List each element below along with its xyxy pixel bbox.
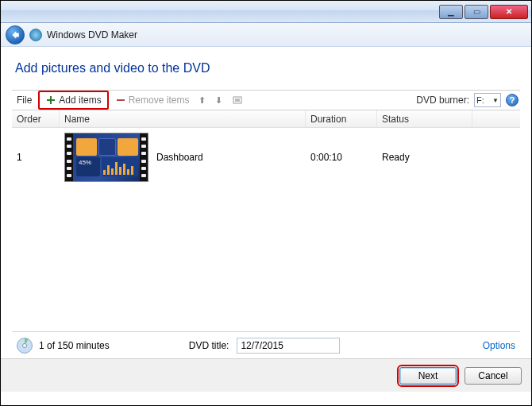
svg-rect-2 (117, 99, 125, 101)
help-button[interactable]: ? (506, 94, 519, 106)
window-minimize-button[interactable] (439, 5, 463, 19)
disc-usage-icon (17, 338, 33, 354)
cell-name: Dashboard (60, 133, 306, 182)
col-header-order[interactable]: Order (12, 110, 60, 127)
col-header-duration[interactable]: Duration (306, 110, 377, 127)
burner-label: DVD burner: (416, 95, 469, 106)
content-area: Add pictures and video to the DVD File A… (1, 47, 531, 358)
burner-select[interactable]: F: ▼ (474, 93, 501, 107)
file-menu[interactable]: File (13, 93, 35, 107)
footer: Next Cancel (1, 358, 531, 392)
help-icon: ? (510, 95, 515, 105)
app-icon (29, 29, 42, 41)
list-header: Order Name Duration Status (12, 110, 520, 128)
move-down-button: ⬇ (212, 94, 226, 107)
nav-bar: Windows DVD Maker (1, 23, 531, 47)
remove-items-label: Remove items (129, 95, 190, 106)
next-button-highlight: Next (399, 367, 457, 385)
app-title: Windows DVD Maker (47, 29, 137, 41)
add-items-highlight: Add items (38, 91, 108, 110)
back-button[interactable] (6, 25, 25, 44)
arrow-up-icon: ⬆ (199, 95, 206, 106)
cell-order: 1 (12, 152, 60, 163)
page-heading: Add pictures and video to the DVD (12, 55, 520, 90)
back-arrow-icon (10, 30, 20, 40)
add-items-label: Add items (59, 95, 101, 106)
video-thumbnail (64, 133, 148, 182)
file-menu-label: File (17, 95, 32, 106)
add-items-button[interactable]: Add items (42, 93, 104, 107)
burner-value: F: (476, 95, 484, 105)
toolbar-right: DVD burner: F: ▼ ? (416, 93, 519, 107)
cell-duration: 0:00:10 (306, 152, 377, 163)
arrow-down-icon: ⬇ (215, 95, 222, 106)
plus-icon (45, 95, 56, 106)
filmstrip-icon (232, 95, 243, 106)
item-name: Dashboard (156, 152, 203, 163)
list-body: 1 Dashboard 0:00:10 Ready (12, 128, 520, 331)
chevron-down-icon: ▼ (492, 97, 499, 104)
cancel-button[interactable]: Cancel (465, 367, 522, 385)
move-up-button: ⬆ (195, 94, 209, 107)
status-area: 1 of 150 minutes DVD title: Options (12, 331, 520, 358)
svg-rect-4 (235, 99, 240, 102)
window-close-button[interactable] (490, 5, 528, 19)
next-button-label: Next (418, 370, 438, 381)
svg-rect-1 (47, 99, 55, 101)
toolbar: File Add items Remove items ⬆ ⬇ (12, 90, 520, 110)
clip-button (229, 93, 246, 107)
options-link[interactable]: Options (483, 340, 515, 351)
list-item[interactable]: 1 Dashboard 0:00:10 Ready (12, 128, 520, 187)
col-header-status[interactable]: Status (377, 110, 472, 127)
window-titlebar (1, 1, 531, 23)
dvd-title-label: DVD title: (189, 340, 229, 351)
minus-icon (115, 95, 126, 106)
next-button[interactable]: Next (399, 367, 457, 385)
col-header-spacer (472, 110, 520, 127)
col-header-name[interactable]: Name (60, 110, 306, 127)
remove-items-button: Remove items (112, 93, 193, 107)
cancel-button-label: Cancel (478, 370, 507, 381)
window-maximize-button[interactable] (465, 5, 488, 19)
dvd-title-input[interactable] (237, 338, 340, 354)
cell-status: Ready (377, 152, 472, 163)
minutes-text: 1 of 150 minutes (39, 340, 110, 351)
